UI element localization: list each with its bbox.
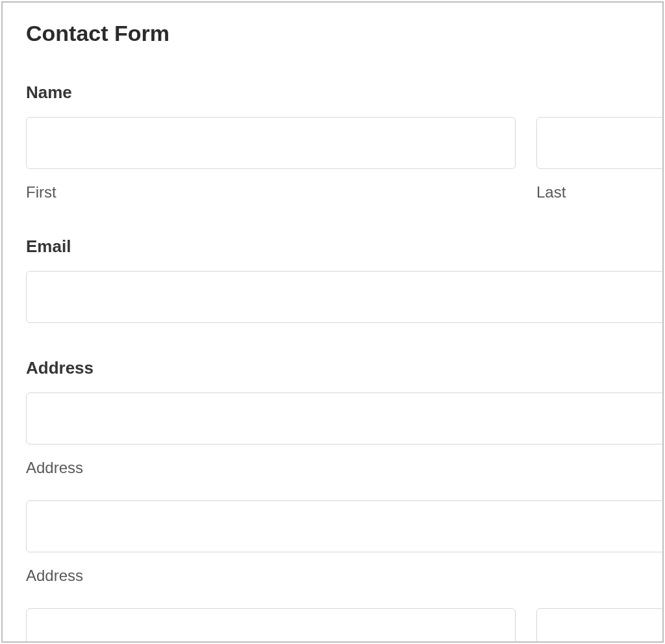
address-line2-sublabel: Address bbox=[26, 567, 662, 585]
address-label: Address bbox=[26, 358, 662, 378]
address-city-input[interactable] bbox=[26, 608, 516, 643]
name-group: Name First Last bbox=[26, 83, 662, 201]
form-title: Contact Form bbox=[26, 21, 662, 46]
address-state-col bbox=[536, 608, 664, 643]
address-city-col bbox=[26, 608, 516, 643]
email-group: Email bbox=[26, 237, 662, 323]
first-name-col: First bbox=[26, 117, 516, 201]
address-group: Address Address Address bbox=[26, 358, 662, 643]
first-name-input[interactable] bbox=[26, 117, 516, 169]
address-line1-sublabel: Address bbox=[26, 459, 662, 477]
address-line2-block: Address bbox=[26, 500, 662, 585]
address-line2-input[interactable] bbox=[26, 500, 664, 552]
name-row: First Last bbox=[26, 117, 664, 201]
address-line1-block: Address bbox=[26, 393, 662, 477]
form-frame: Contact Form Name First Last Email Addre… bbox=[1, 1, 664, 643]
last-name-input[interactable] bbox=[536, 117, 664, 169]
address-state-input[interactable] bbox=[536, 608, 664, 643]
email-label: Email bbox=[26, 237, 662, 257]
name-label: Name bbox=[26, 83, 662, 103]
last-name-sublabel: Last bbox=[536, 183, 664, 201]
address-line1-input[interactable] bbox=[26, 393, 664, 444]
first-name-sublabel: First bbox=[26, 183, 516, 201]
email-input[interactable] bbox=[26, 271, 664, 323]
address-city-state-row bbox=[26, 608, 664, 643]
last-name-col: Last bbox=[536, 117, 664, 201]
